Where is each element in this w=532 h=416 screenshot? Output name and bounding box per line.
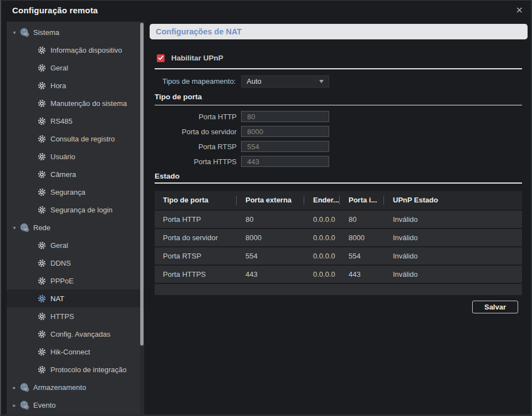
table-cell: 0.0.0.0: [304, 270, 340, 278]
main-panel: Configurações de NAT Habilitar UPnP Tipo…: [150, 24, 528, 313]
table-cell: 554: [340, 252, 384, 260]
table-cell: 8000: [237, 234, 304, 242]
port-input[interactable]: 80: [241, 111, 329, 122]
sidebar-scrollbar-thumb[interactable]: [140, 23, 144, 346]
port-field-row: Porta HTTPS 443: [155, 156, 522, 167]
port-input[interactable]: 443: [241, 156, 329, 167]
table-cell: Porta HTTP: [155, 215, 237, 224]
column-header[interactable]: Porta externa: [237, 191, 304, 210]
sidebar-item[interactable]: Câmera: [7, 165, 144, 183]
network-globe-gear-icon: [20, 223, 29, 232]
port-field-row: Porta HTTP 80: [155, 111, 522, 122]
gear-icon: [38, 82, 46, 90]
nat-settings-form: Habilitar UPnP Tipos de mapeamento: Auto…: [155, 54, 522, 313]
sidebar-item[interactable]: Segurança: [7, 183, 144, 201]
column-header[interactable]: UPnP Estado: [384, 191, 522, 210]
sidebar-group[interactable]: ▸ Armazenamento: [7, 378, 144, 396]
sidebar-item-label: HTTPS: [50, 312, 74, 321]
port-input[interactable]: 8000: [241, 126, 329, 137]
gear-icon: [38, 188, 46, 196]
sidebar-item[interactable]: Segurança de login: [7, 201, 144, 219]
sidebar-item-label: RS485: [50, 117, 73, 125]
sidebar: ▾ Sistema Informação dispositivo: [7, 22, 144, 414]
port-field-label: Porta HTTP: [155, 113, 237, 121]
upnp-row: Habilitar UPnP: [155, 54, 522, 62]
port-input[interactable]: 554: [241, 141, 329, 152]
sidebar-item[interactable]: Protocolo de integração: [7, 361, 144, 378]
port-field-label: Porta RTSP: [155, 143, 237, 151]
sidebar-item[interactable]: Hora: [7, 77, 144, 94]
table-row[interactable]: Porta RTSP5540.0.0.0554Inválido: [155, 247, 522, 265]
table-cell: Porta do servidor: [155, 234, 237, 242]
gear-icon: [38, 241, 46, 250]
upnp-label: Habilitar UPnP: [171, 54, 223, 62]
sidebar-item[interactable]: PPPoE: [7, 272, 144, 290]
status-table-body: Porta HTTP800.0.0.080InválidoPorta do se…: [155, 211, 522, 283]
table-cell: 80: [340, 215, 384, 224]
sidebar-item[interactable]: Informação dispositivo: [7, 41, 144, 59]
button-row: Salvar: [155, 301, 522, 313]
table-row[interactable]: Porta HTTP800.0.0.080Inválido: [155, 211, 522, 228]
table-row[interactable]: Porta HTTPS4430.0.0.0443Inválido: [155, 266, 522, 283]
sidebar-item[interactable]: Consulta de registro: [7, 130, 144, 148]
tree-expand-arrow-icon[interactable]: ▾: [11, 225, 18, 231]
gear-icon: [38, 64, 46, 72]
sidebar-item-label: Config. Avançadas: [50, 330, 110, 338]
port-field-label: Porta HTTPS: [155, 158, 237, 166]
sidebar-item[interactable]: Config. Avançadas: [7, 325, 144, 343]
sidebar-item-label: Segurança de login: [50, 206, 112, 214]
column-header[interactable]: Ender...: [304, 191, 340, 210]
table-cell: Porta RTSP: [155, 252, 237, 260]
table-cell: 8000: [340, 234, 384, 242]
gear-icon: [38, 117, 46, 125]
table-cell: 0.0.0.0: [304, 234, 340, 242]
sidebar-item-label: Câmera: [50, 170, 76, 179]
status-table: Tipo de portaPorta externaEnder...Porta …: [155, 191, 522, 295]
sidebar-item[interactable]: Manutenção do sistema: [7, 94, 144, 112]
port-field-label: Porta do servidor: [155, 128, 237, 136]
close-icon[interactable]: ✕: [516, 5, 523, 16]
sidebar-group[interactable]: ▾ Rede: [7, 219, 144, 236]
column-header[interactable]: Tipo de porta: [155, 191, 237, 210]
sidebar-group[interactable]: ▾ Sistema: [7, 23, 144, 41]
table-row[interactable]: Porta do servidor80000.0.0.08000Inválido: [155, 229, 522, 246]
table-cell: 443: [340, 270, 384, 278]
gear-icon: [38, 259, 46, 267]
sidebar-item[interactable]: HTTPS: [7, 307, 144, 325]
sidebar-item[interactable]: NAT: [7, 290, 144, 307]
tree-expand-arrow-icon[interactable]: ▸: [11, 402, 18, 408]
titlebar: Configuração remota ✕: [1, 1, 531, 22]
sidebar-item[interactable]: Geral: [7, 59, 144, 77]
status-table-header: Tipo de portaPorta externaEnder...Porta …: [155, 191, 522, 210]
sidebar-item[interactable]: Hik-Connect: [7, 343, 144, 361]
port-field-row: Porta do servidor 8000: [155, 126, 522, 137]
sidebar-item[interactable]: Usuário: [7, 148, 144, 165]
column-header[interactable]: Porta i...: [340, 191, 384, 210]
sidebar-item-label: Informação dispositivo: [50, 46, 122, 54]
tree-expand-arrow-icon[interactable]: ▸: [11, 384, 18, 390]
sidebar-item-label: NAT: [50, 295, 64, 303]
upnp-checkbox[interactable]: [157, 54, 165, 62]
panel-title: Configurações de NAT: [156, 27, 242, 36]
remote-config-window: Configuração remota ✕ ▾ Sistema: [0, 0, 532, 416]
panel-header: Configurações de NAT: [150, 24, 528, 39]
window-title: Configuração remota: [12, 6, 98, 15]
tree-expand-arrow-icon[interactable]: ▾: [11, 29, 18, 35]
sidebar-item-label: Manutenção do sistema: [50, 99, 127, 108]
separator: [155, 68, 522, 69]
sidebar-item[interactable]: RS485: [7, 112, 144, 130]
gear-icon: [38, 277, 46, 285]
save-button[interactable]: Salvar: [472, 301, 518, 313]
sidebar-item-label: Usuário: [50, 153, 75, 161]
table-cell: Inválido: [384, 215, 522, 224]
checkmark-icon: [158, 55, 163, 60]
table-cell: Inválido: [384, 252, 522, 260]
sidebar-group[interactable]: ▸ Evento: [7, 396, 144, 414]
table-cell: Porta HTTPS: [155, 270, 237, 278]
sidebar-item[interactable]: DDNS: [7, 254, 144, 272]
mapping-type-select[interactable]: Auto: [241, 75, 329, 88]
sidebar-tree: ▾ Sistema Informação dispositivo: [7, 22, 144, 414]
gear-icon: [38, 295, 46, 303]
table-cell: Inválido: [384, 234, 522, 242]
sidebar-item[interactable]: Geral: [7, 236, 144, 254]
